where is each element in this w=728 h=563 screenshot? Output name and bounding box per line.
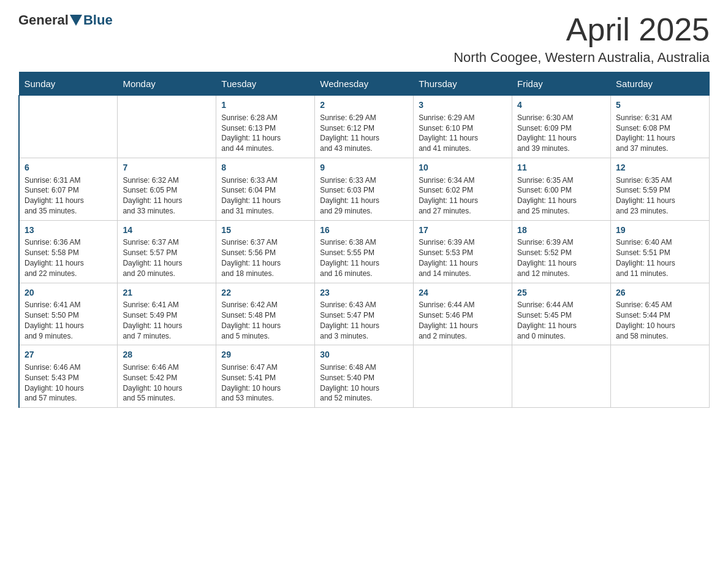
day-number: 8 — [221, 162, 309, 174]
calendar-title: April 2025 — [453, 12, 710, 47]
calendar-cell: 15Sunrise: 6:37 AMSunset: 5:56 PMDayligh… — [216, 220, 315, 283]
logo-blue-text: Blue — [83, 12, 113, 28]
calendar-cell: 16Sunrise: 6:38 AMSunset: 5:55 PMDayligh… — [315, 220, 414, 283]
day-info: Sunrise: 6:41 AMSunset: 5:49 PMDaylight:… — [123, 300, 211, 341]
day-info: Sunrise: 6:33 AMSunset: 6:04 PMDaylight:… — [221, 175, 309, 216]
day-info: Sunrise: 6:30 AMSunset: 6:09 PMDaylight:… — [517, 113, 605, 154]
day-info: Sunrise: 6:41 AMSunset: 5:50 PMDaylight:… — [25, 300, 112, 341]
day-number: 10 — [419, 162, 507, 174]
day-number: 20 — [25, 287, 112, 299]
day-number: 7 — [123, 162, 211, 174]
logo-general-text: General — [18, 12, 69, 28]
day-info: Sunrise: 6:33 AMSunset: 6:03 PMDaylight:… — [320, 175, 408, 216]
day-number: 29 — [221, 349, 309, 361]
calendar-week-4: 20Sunrise: 6:41 AMSunset: 5:50 PMDayligh… — [19, 283, 710, 345]
day-info: Sunrise: 6:37 AMSunset: 5:57 PMDaylight:… — [123, 237, 211, 278]
calendar-cell: 14Sunrise: 6:37 AMSunset: 5:57 PMDayligh… — [118, 220, 216, 283]
day-number: 25 — [517, 287, 605, 299]
day-number: 9 — [320, 162, 408, 174]
day-number: 19 — [616, 224, 704, 237]
day-header-wednesday: Wednesday — [315, 72, 414, 96]
day-number: 5 — [616, 99, 704, 112]
calendar-cell: 4Sunrise: 6:30 AMSunset: 6:09 PMDaylight… — [512, 96, 611, 158]
day-number: 14 — [123, 224, 211, 237]
day-header-sunday: Sunday — [19, 72, 118, 96]
day-info: Sunrise: 6:31 AMSunset: 6:08 PMDaylight:… — [616, 113, 704, 154]
day-number: 26 — [616, 287, 704, 299]
calendar-cell: 10Sunrise: 6:34 AMSunset: 6:02 PMDayligh… — [414, 158, 512, 220]
calendar-header: SundayMondayTuesdayWednesdayThursdayFrid… — [19, 72, 710, 96]
calendar-cell: 2Sunrise: 6:29 AMSunset: 6:12 PMDaylight… — [315, 96, 414, 158]
calendar-body: 1Sunrise: 6:28 AMSunset: 6:13 PMDaylight… — [19, 96, 710, 408]
calendar-cell: 1Sunrise: 6:28 AMSunset: 6:13 PMDaylight… — [216, 96, 315, 158]
logo-triangle-icon — [70, 15, 82, 26]
day-info: Sunrise: 6:39 AMSunset: 5:52 PMDaylight:… — [517, 237, 605, 278]
calendar-cell: 6Sunrise: 6:31 AMSunset: 6:07 PMDaylight… — [19, 158, 118, 220]
logo: General Blue — [18, 12, 113, 28]
day-number: 11 — [517, 162, 605, 174]
day-info: Sunrise: 6:47 AMSunset: 5:41 PMDaylight:… — [221, 362, 309, 404]
calendar-cell: 23Sunrise: 6:43 AMSunset: 5:47 PMDayligh… — [315, 283, 414, 345]
calendar-cell: 19Sunrise: 6:40 AMSunset: 5:51 PMDayligh… — [611, 220, 710, 283]
day-number: 30 — [320, 349, 408, 361]
day-number: 2 — [320, 99, 408, 112]
calendar-cell: 29Sunrise: 6:47 AMSunset: 5:41 PMDayligh… — [216, 345, 315, 408]
calendar-cell: 25Sunrise: 6:44 AMSunset: 5:45 PMDayligh… — [512, 283, 611, 345]
calendar-week-2: 6Sunrise: 6:31 AMSunset: 6:07 PMDaylight… — [19, 158, 710, 220]
day-info: Sunrise: 6:29 AMSunset: 6:12 PMDaylight:… — [320, 113, 408, 154]
day-info: Sunrise: 6:38 AMSunset: 5:55 PMDaylight:… — [320, 237, 408, 278]
page-header: General Blue April 2025 North Coogee, We… — [18, 12, 710, 66]
day-info: Sunrise: 6:40 AMSunset: 5:51 PMDaylight:… — [616, 237, 704, 278]
calendar-cell: 11Sunrise: 6:35 AMSunset: 6:00 PMDayligh… — [512, 158, 611, 220]
day-info: Sunrise: 6:37 AMSunset: 5:56 PMDaylight:… — [221, 237, 309, 278]
day-header-friday: Friday — [512, 72, 611, 96]
calendar-cell: 18Sunrise: 6:39 AMSunset: 5:52 PMDayligh… — [512, 220, 611, 283]
calendar-cell: 13Sunrise: 6:36 AMSunset: 5:58 PMDayligh… — [19, 220, 118, 283]
day-number: 15 — [221, 224, 309, 237]
day-number: 17 — [419, 224, 507, 237]
day-number: 4 — [517, 99, 605, 112]
day-info: Sunrise: 6:44 AMSunset: 5:45 PMDaylight:… — [517, 300, 605, 341]
day-info: Sunrise: 6:46 AMSunset: 5:43 PMDaylight:… — [25, 362, 112, 404]
day-header-monday: Monday — [118, 72, 216, 96]
calendar-cell — [512, 345, 611, 408]
calendar-cell — [118, 96, 216, 158]
day-info: Sunrise: 6:28 AMSunset: 6:13 PMDaylight:… — [221, 113, 309, 154]
day-number: 23 — [320, 287, 408, 299]
title-section: April 2025 North Coogee, Western Austral… — [453, 12, 710, 66]
day-info: Sunrise: 6:31 AMSunset: 6:07 PMDaylight:… — [25, 175, 112, 216]
day-info: Sunrise: 6:36 AMSunset: 5:58 PMDaylight:… — [25, 237, 112, 278]
calendar-subtitle: North Coogee, Western Australia, Austral… — [453, 50, 710, 66]
calendar-cell: 30Sunrise: 6:48 AMSunset: 5:40 PMDayligh… — [315, 345, 414, 408]
calendar-week-5: 27Sunrise: 6:46 AMSunset: 5:43 PMDayligh… — [19, 345, 710, 408]
calendar-week-3: 13Sunrise: 6:36 AMSunset: 5:58 PMDayligh… — [19, 220, 710, 283]
day-headers-row: SundayMondayTuesdayWednesdayThursdayFrid… — [19, 72, 710, 96]
day-info: Sunrise: 6:43 AMSunset: 5:47 PMDaylight:… — [320, 300, 408, 341]
day-header-saturday: Saturday — [611, 72, 710, 96]
calendar-cell — [414, 345, 512, 408]
day-info: Sunrise: 6:42 AMSunset: 5:48 PMDaylight:… — [221, 300, 309, 341]
calendar-cell: 9Sunrise: 6:33 AMSunset: 6:03 PMDaylight… — [315, 158, 414, 220]
day-info: Sunrise: 6:44 AMSunset: 5:46 PMDaylight:… — [419, 300, 507, 341]
calendar-cell: 5Sunrise: 6:31 AMSunset: 6:08 PMDaylight… — [611, 96, 710, 158]
day-number: 28 — [123, 349, 211, 361]
calendar-cell: 20Sunrise: 6:41 AMSunset: 5:50 PMDayligh… — [19, 283, 118, 345]
day-number: 6 — [25, 162, 112, 174]
calendar-cell: 17Sunrise: 6:39 AMSunset: 5:53 PMDayligh… — [414, 220, 512, 283]
calendar-cell: 24Sunrise: 6:44 AMSunset: 5:46 PMDayligh… — [414, 283, 512, 345]
day-number: 22 — [221, 287, 309, 299]
calendar-table: SundayMondayTuesdayWednesdayThursdayFrid… — [18, 72, 710, 408]
calendar-cell: 22Sunrise: 6:42 AMSunset: 5:48 PMDayligh… — [216, 283, 315, 345]
day-number: 24 — [419, 287, 507, 299]
day-header-thursday: Thursday — [414, 72, 512, 96]
day-number: 27 — [25, 349, 112, 361]
day-info: Sunrise: 6:45 AMSunset: 5:44 PMDaylight:… — [616, 300, 704, 341]
day-number: 21 — [123, 287, 211, 299]
calendar-cell: 3Sunrise: 6:29 AMSunset: 6:10 PMDaylight… — [414, 96, 512, 158]
day-number: 3 — [419, 99, 507, 112]
day-info: Sunrise: 6:46 AMSunset: 5:42 PMDaylight:… — [123, 362, 211, 404]
calendar-cell: 26Sunrise: 6:45 AMSunset: 5:44 PMDayligh… — [611, 283, 710, 345]
day-info: Sunrise: 6:32 AMSunset: 6:05 PMDaylight:… — [123, 175, 211, 216]
calendar-cell: 28Sunrise: 6:46 AMSunset: 5:42 PMDayligh… — [118, 345, 216, 408]
calendar-cell: 21Sunrise: 6:41 AMSunset: 5:49 PMDayligh… — [118, 283, 216, 345]
